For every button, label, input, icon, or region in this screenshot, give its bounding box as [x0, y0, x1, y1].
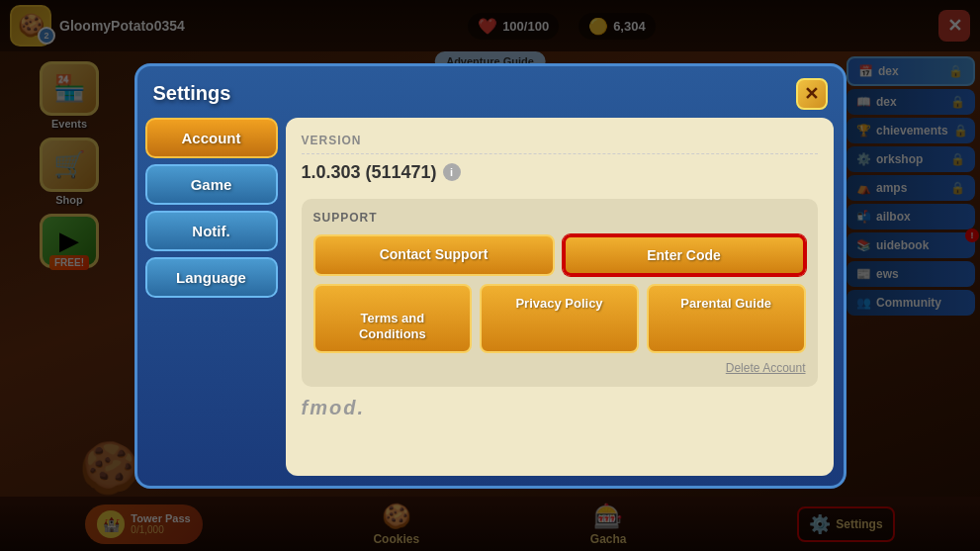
support-section: Support Contact Support Enter Code Terms…: [302, 199, 818, 388]
contact-support-button[interactable]: Contact Support: [313, 234, 555, 276]
modal-title: Settings: [153, 82, 231, 105]
version-label: Version: [302, 134, 818, 154]
support-row-1: Contact Support Enter Code: [313, 234, 806, 276]
tab-account[interactable]: Account: [145, 118, 278, 158]
tab-sidebar: Account Game Notif. Language: [137, 118, 286, 486]
settings-modal: Settings ✕ Account Game Notif. Language …: [134, 63, 846, 489]
support-title: Support: [313, 211, 806, 225]
terms-button[interactable]: Terms and Conditions: [313, 284, 473, 354]
tab-game[interactable]: Game: [145, 164, 278, 205]
modal-body: Account Game Notif. Language Version 1.0…: [137, 118, 844, 486]
delete-account-link[interactable]: Delete Account: [726, 361, 806, 375]
delete-row: Delete Account: [313, 361, 806, 375]
version-section: Version 1.0.303 (511471) i: [302, 134, 818, 183]
modal-close-button[interactable]: ✕: [796, 78, 828, 110]
version-number: 1.0.303 (511471) i: [302, 162, 818, 183]
enter-code-button[interactable]: Enter Code: [563, 234, 806, 276]
support-row-2: Terms and Conditions Privacy Policy Pare…: [313, 284, 806, 354]
fmod-logo: fmod.: [302, 397, 818, 419]
privacy-policy-button[interactable]: Privacy Policy: [480, 284, 639, 354]
modal-header: Settings ✕: [137, 66, 844, 118]
tab-notif[interactable]: Notif.: [145, 211, 278, 251]
parental-guide-button[interactable]: Parental Guide: [647, 284, 806, 354]
tab-language[interactable]: Language: [145, 257, 278, 298]
version-info-badge[interactable]: i: [443, 163, 461, 181]
content-area: Version 1.0.303 (511471) i Support Conta…: [286, 118, 834, 476]
